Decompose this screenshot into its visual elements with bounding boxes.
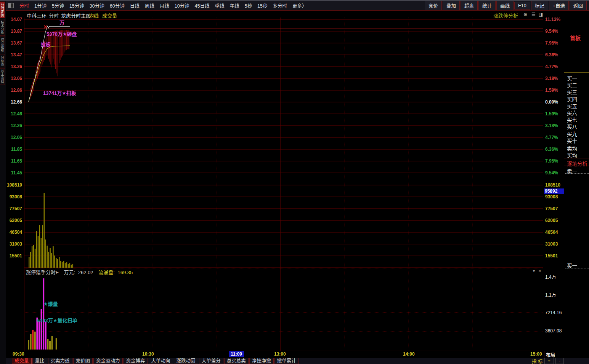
period-tab[interactable]: 15分钟: [67, 1, 87, 10]
left-tab[interactable]: 成交明细: [0, 37, 5, 53]
current-time-marker: 11:09: [229, 351, 244, 357]
chart-canvas[interactable]: [24, 18, 543, 351]
pct-axis-label: 1.59%: [545, 111, 558, 117]
period-tab[interactable]: 年线: [227, 1, 242, 10]
layout-button[interactable]: 布局: [546, 351, 555, 358]
period-tab[interactable]: 季线: [212, 1, 227, 10]
sub-float-label: 流通盘:: [98, 270, 115, 275]
toolbar-button[interactable]: 统计: [478, 1, 496, 10]
indicator-tab[interactable]: 大单差分: [199, 358, 223, 364]
toolbar-button[interactable]: +自选: [549, 1, 569, 10]
annotation-burst: ★爆量: [43, 300, 58, 307]
volume-axis-label-right: 31003: [545, 241, 558, 247]
bid-level-10[interactable]: 买十: [567, 137, 577, 144]
left-tab[interactable]: 分价表: [0, 54, 5, 67]
indicator-tab[interactable]: 买卖力道: [48, 358, 72, 364]
bid-level-6[interactable]: 买六: [567, 109, 577, 117]
tick-analysis-label[interactable]: 逐笔分析: [567, 160, 587, 167]
zoom-out-button[interactable]: -: [555, 358, 564, 364]
pct-axis-label: 7.95%: [545, 158, 558, 164]
divider: [564, 72, 589, 73]
collapse-icon[interactable]: ▼: [532, 269, 536, 273]
toolbar-button[interactable]: 标记: [531, 1, 548, 10]
right-quote-panel: 首板 卖均 买均 逐笔分析 卖一 买一 买一买二买三买四买五买六买七买八买九买十: [564, 10, 589, 357]
period-tab[interactable]: 30分钟: [87, 1, 107, 10]
sub-indicator-title[interactable]: 涨停猎手分时F: [26, 270, 59, 275]
indicator-tab[interactable]: 撤单累计: [274, 358, 299, 364]
pct-axis-label: 3.18%: [545, 123, 558, 128]
time-axis-label: 15:00: [530, 351, 542, 357]
bid-level-4[interactable]: 买四: [567, 95, 577, 103]
bid-level-9[interactable]: 买九: [567, 130, 577, 137]
pct-axis-label: 4.77%: [545, 135, 558, 140]
period-tab[interactable]: 5秒: [242, 1, 255, 10]
period-tab[interactable]: 45日线: [192, 1, 212, 10]
plus-circle-icon[interactable]: ⊕: [523, 12, 527, 17]
indicator-tab[interactable]: 大单动向: [149, 358, 173, 364]
sub-axis-label: 3607.08: [545, 328, 562, 334]
volume-axis-label-right: 62005: [545, 218, 558, 223]
period-tab[interactable]: 10分钟: [172, 1, 192, 10]
indicator-tab[interactable]: 资金驱动力: [93, 358, 123, 364]
indicator-button[interactable]: 指 标: [532, 358, 542, 364]
sell-avg-label[interactable]: 卖均: [567, 144, 577, 152]
bid-level-1[interactable]: 买一: [567, 74, 577, 82]
bid-level-3[interactable]: 买三: [567, 88, 577, 96]
bottom-indicator-tabs: 成交量量比买卖力道竞价图资金驱动力资金博弈大单动向涨跌动因大单差分总买总卖净挂净…: [6, 358, 589, 364]
menu-icon[interactable]: ☰: [531, 12, 536, 17]
toolbar-button[interactable]: 画线: [496, 1, 514, 10]
volume-axis-label-left: 15501: [6, 253, 22, 259]
toolbar-button[interactable]: 返回: [570, 1, 587, 10]
close-icon[interactable]: ×: [538, 268, 541, 274]
sell-one-label[interactable]: 卖一: [567, 167, 577, 175]
sub-float-value: 169.35: [117, 270, 133, 275]
period-tab[interactable]: 5分钟: [49, 1, 67, 10]
volume-axis-label-right: 15501: [545, 253, 558, 259]
left-tab[interactable]: 技术分析: [0, 19, 5, 36]
period-tab[interactable]: 分时: [17, 1, 32, 10]
indicator-tab[interactable]: 竞价图: [73, 358, 93, 364]
bid-level-2[interactable]: 买二: [567, 81, 577, 89]
pct-axis-label: 7.95%: [545, 40, 558, 46]
pct-axis-label: 0.00%: [545, 99, 558, 105]
indicator-tab-list: 成交量量比买卖力道竞价图资金驱动力资金博弈大单动向涨跌动因大单差分总买总卖净挂净…: [11, 358, 299, 364]
period-tab[interactable]: 1分钟: [32, 1, 49, 10]
buy-avg-label[interactable]: 买均: [567, 151, 577, 159]
sub-axis-label: 1.4万: [545, 273, 556, 280]
pct-axis-label: 11.13%: [545, 17, 560, 22]
price-axis-label: 13.87: [6, 29, 22, 34]
period-tab[interactable]: 60分钟: [107, 1, 127, 10]
toolbar-button[interactable]: 竞价: [425, 1, 442, 10]
sub-amount-value: 262.02: [78, 270, 93, 275]
price-axis-label: 11.45: [6, 170, 22, 176]
sub-axis-label: 1.1万: [545, 291, 556, 298]
window-split-icon[interactable]: [8, 3, 14, 8]
period-tab[interactable]: 15秒: [255, 1, 270, 10]
period-tab[interactable]: 日线: [127, 1, 142, 10]
toolbar-button[interactable]: 超盘: [461, 1, 478, 10]
toolbar-right-buttons: 竞价叠加超盘统计画线F10标记+自选返回: [424, 1, 589, 10]
zoom-in-button[interactable]: +: [544, 358, 554, 364]
toolbar-button[interactable]: 叠加: [443, 1, 460, 10]
indicator-tab[interactable]: 资金博弈: [124, 358, 148, 364]
bid-level-8[interactable]: 买八: [567, 123, 577, 130]
period-tab[interactable]: 周线: [142, 1, 157, 10]
volume-axis-label-left: 108510: [6, 182, 22, 188]
pct-axis-label: 4.77%: [545, 64, 558, 69]
indicator-tab[interactable]: 涨跌动因: [174, 358, 198, 364]
left-tab[interactable]: 基本资料: [0, 68, 5, 85]
layout-icon[interactable]: ◨: [539, 12, 543, 17]
divider: [565, 173, 589, 174]
indicator-tab[interactable]: 成交量: [12, 358, 32, 364]
bid-level-7[interactable]: 买七: [567, 116, 577, 123]
period-tab[interactable]: 月线: [157, 1, 172, 10]
indicator-tab[interactable]: 净挂净撤: [249, 358, 274, 364]
period-tab[interactable]: 多分时: [270, 1, 290, 10]
indicator-tab[interactable]: 量比: [32, 358, 47, 364]
indicator-tab[interactable]: 总买总卖: [224, 358, 249, 364]
divider: [565, 268, 589, 268]
period-tab[interactable]: 更多〉: [290, 1, 310, 10]
toolbar-button[interactable]: F10: [514, 2, 530, 10]
bid-level-5[interactable]: 买五: [567, 102, 577, 110]
left-tab[interactable]: 分时走势: [0, 2, 5, 18]
